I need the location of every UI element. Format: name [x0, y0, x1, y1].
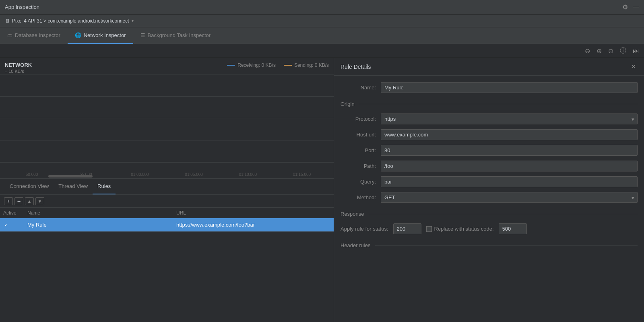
- port-input[interactable]: [381, 145, 638, 156]
- receiving-legend: Receiving: 0 KB/s: [227, 62, 276, 68]
- settings-icon[interactable]: ⚙: [622, 3, 628, 11]
- tab-database-inspector[interactable]: 🗃 Database Inspector: [0, 27, 68, 44]
- origin-separator: Origin: [341, 101, 638, 107]
- name-row: Name:: [341, 82, 638, 93]
- remove-rule-button[interactable]: –: [14, 197, 23, 205]
- minimize-icon[interactable]: —: [633, 3, 639, 11]
- rule-url-cell: https://www.example.com/foo?bar: [176, 222, 330, 228]
- replace-status-label: Replace with status code:: [426, 226, 494, 232]
- col-header-name: Name: [27, 210, 176, 216]
- apply-rule-label: Apply rule for status:: [341, 226, 388, 232]
- tab-database-label: Database Inspector: [15, 32, 60, 38]
- host-url-input[interactable]: [381, 129, 638, 140]
- query-row: Query:: [341, 176, 638, 187]
- host-url-row: Host url:: [341, 129, 638, 140]
- query-label: Query:: [341, 179, 381, 185]
- path-row: Path:: [341, 161, 638, 171]
- method-label: Method:: [341, 194, 381, 200]
- replace-status-checkbox[interactable]: [426, 226, 432, 232]
- rule-active-checkbox[interactable]: [3, 222, 9, 228]
- zoom-in-button[interactable]: ⊕: [595, 46, 603, 56]
- rule-name-cell: My Rule: [27, 222, 176, 228]
- status-row: Apply rule for status: Replace with stat…: [341, 223, 638, 234]
- reset-zoom-button[interactable]: ⊙: [607, 46, 615, 56]
- device-bar: 🖥 Pixel 4 API 31 > com.example.android.n…: [0, 14, 644, 27]
- view-tabs: Connection View Thread View Rules: [0, 179, 334, 195]
- col-header-url: URL: [176, 210, 330, 216]
- apply-rule-input[interactable]: [393, 223, 421, 234]
- tab-background-inspector[interactable]: ☰ Background Task Inspector: [133, 27, 218, 44]
- device-chevron-icon: ▾: [132, 19, 134, 23]
- header-rules-label: Header rules: [341, 242, 370, 248]
- tick-3: 01:05.000: [167, 172, 221, 178]
- move-rule-up-button[interactable]: ▲: [25, 197, 34, 205]
- timeline-scrollbar[interactable]: [48, 175, 93, 178]
- name-input[interactable]: [381, 82, 638, 93]
- method-select[interactable]: GET POST PUT DELETE PATCH: [381, 192, 638, 203]
- device-selector[interactable]: 🖥 Pixel 4 API 31 > com.example.android.n…: [5, 18, 134, 24]
- tab-rules[interactable]: Rules: [93, 179, 116, 194]
- protocol-select-wrapper: https http: [381, 114, 638, 124]
- col-header-active: Active: [3, 210, 27, 216]
- device-label: Pixel 4 API 31 > com.example.android.net…: [12, 18, 129, 24]
- network-legend: Receiving: 0 KB/s Sending: 0 KB/s: [227, 62, 329, 68]
- table-row[interactable]: My Rule https://www.example.com/foo?bar: [0, 218, 334, 232]
- header-rules-separator: Header rules: [341, 242, 638, 248]
- rule-form: Name: Origin Protocol: https http: [334, 76, 644, 261]
- move-rule-down-button[interactable]: ▼: [35, 197, 44, 205]
- host-url-label: Host url:: [341, 132, 381, 138]
- network-chart-title: NETWORK: [5, 62, 32, 68]
- left-panel: NETWORK Receiving: 0 KB/s Sending: 0 KB/…: [0, 58, 334, 322]
- replace-status-input[interactable]: [499, 223, 527, 234]
- receiving-dot: [227, 65, 235, 66]
- path-input[interactable]: [381, 161, 638, 171]
- network-chart-header: NETWORK Receiving: 0 KB/s Sending: 0 KB/…: [5, 62, 329, 68]
- receiving-label: Receiving: 0 KB/s: [237, 62, 276, 68]
- zoom-out-button[interactable]: ⊖: [583, 46, 592, 56]
- tab-connection-view[interactable]: Connection View: [5, 179, 54, 194]
- query-input[interactable]: [381, 176, 638, 187]
- tab-background-label: Background Task Inspector: [148, 32, 211, 38]
- rules-label: Rules: [97, 183, 111, 189]
- tick-2: 01:00.000: [113, 172, 167, 178]
- origin-line: [359, 104, 638, 104]
- main-content: NETWORK Receiving: 0 KB/s Sending: 0 KB/…: [0, 58, 644, 322]
- rule-details-title: Rule Details: [341, 64, 371, 70]
- network-chart-subtitle: – 10 KB/s: [5, 69, 329, 74]
- port-row: Port:: [341, 145, 638, 156]
- network-chart: NETWORK Receiving: 0 KB/s Sending: 0 KB/…: [0, 58, 334, 163]
- tab-network-label: Network Inspector: [84, 32, 126, 38]
- tick-5: 01:15.000: [275, 172, 329, 178]
- response-label: Response: [341, 211, 364, 217]
- connection-view-label: Connection View: [10, 183, 49, 189]
- title-bar: App Inspection ⚙ —: [0, 0, 644, 14]
- info-button[interactable]: ⓘ: [618, 46, 628, 56]
- protocol-label: Protocol:: [341, 116, 381, 122]
- rules-table: Active Name URL My Rule https://www.exam…: [0, 208, 334, 322]
- method-select-wrapper: GET POST PUT DELETE PATCH: [381, 192, 638, 203]
- device-icon: 🖥: [5, 18, 10, 24]
- close-rule-details-button[interactable]: ✕: [629, 63, 638, 70]
- chart-grid: [0, 74, 334, 162]
- rules-toolbar: + – ▲ ▼: [0, 195, 334, 208]
- protocol-row: Protocol: https http: [341, 114, 638, 124]
- tab-thread-view[interactable]: Thread View: [54, 179, 93, 194]
- response-line: [369, 214, 638, 214]
- timeline-area: 50.000 55.000 01:00.000 01:05.000 01:10.…: [0, 163, 334, 179]
- thread-view-label: Thread View: [58, 183, 88, 189]
- rule-details-header: Rule Details ✕: [334, 58, 644, 76]
- background-icon: ☰: [140, 32, 145, 38]
- replace-status-text: Replace with status code:: [434, 226, 494, 232]
- tab-network-inspector[interactable]: 🌐 Network Inspector: [68, 27, 133, 44]
- tick-4: 01:10.000: [221, 172, 275, 178]
- path-label: Path:: [341, 163, 381, 169]
- app-title: App Inspection: [5, 4, 39, 10]
- add-rule-button[interactable]: +: [4, 197, 13, 205]
- rule-details-panel: Rule Details ✕ Name: Origin Protocol: ht…: [334, 58, 644, 322]
- rules-table-header: Active Name URL: [0, 208, 334, 218]
- protocol-select[interactable]: https http: [381, 114, 638, 124]
- skip-to-end-button[interactable]: ⏭: [631, 47, 641, 56]
- database-icon: 🗃: [7, 32, 12, 38]
- chart-toolbar: ⊖ ⊕ ⊙ ⓘ ⏭: [0, 44, 644, 58]
- method-row: Method: GET POST PUT DELETE PATCH: [341, 192, 638, 203]
